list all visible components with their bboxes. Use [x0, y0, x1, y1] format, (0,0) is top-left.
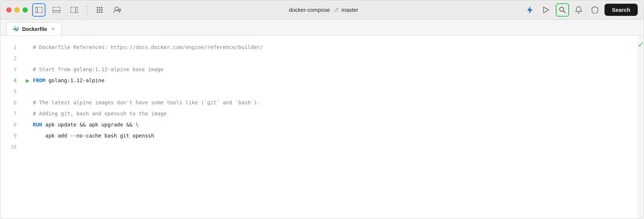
line-num-6: 6 [0, 97, 23, 108]
svg-point-10 [99, 9, 100, 11]
branch-name: master [342, 7, 359, 13]
code-line-8: RUN apk update && apk upgrade && \ [33, 119, 638, 130]
branch-icon: ⎇ [333, 7, 339, 13]
window-title: docker-compose [289, 7, 330, 13]
minimize-window-button[interactable] [14, 7, 20, 13]
run-icon [543, 7, 549, 13]
line-num-8: 8 [0, 119, 23, 130]
code-text-7: # Adding git, bash and openssh to the im… [33, 111, 167, 117]
line-num-5: 5 [0, 86, 23, 97]
code-text-8: apk update && apk upgrade && \ [42, 122, 138, 128]
apps-grid-button[interactable] [93, 3, 106, 17]
maximize-window-button[interactable] [23, 7, 28, 13]
sidebar-toggle-button[interactable] [32, 3, 45, 17]
search-icon [559, 7, 566, 13]
code-keyword-8: RUN [33, 122, 42, 128]
line-num-3: 3 [0, 64, 23, 75]
bell-icon [575, 6, 582, 14]
code-editor: 1 2 3 4 5 6 7 8 9 10 ▶ [0, 36, 644, 219]
line-num-1: 1 [0, 42, 23, 53]
line-num-4: 4 [0, 75, 23, 86]
code-line-9: apk add --no-cache bash git openssh [33, 130, 638, 141]
svg-point-11 [101, 9, 103, 11]
code-line-7: # Adding git, bash and openssh to the im… [33, 108, 638, 119]
lightning-button[interactable] [523, 3, 537, 17]
line-num-10: 10 [0, 141, 23, 152]
check-icon: ✓ [638, 40, 644, 49]
search-button[interactable]: Search [604, 4, 638, 16]
lightning-icon [527, 6, 533, 14]
bottom-panel-icon [53, 7, 60, 13]
code-line-2 [33, 53, 638, 64]
svg-point-8 [101, 7, 103, 8]
code-line-10 [33, 141, 638, 152]
code-line-1: # Dockerfile References: https://docs.do… [33, 42, 638, 53]
titlebar: docker-compose ⎇ master [0, 0, 644, 20]
traffic-lights [6, 7, 28, 13]
svg-line-20 [563, 11, 565, 13]
gutter-5 [23, 86, 33, 97]
add-user-icon [113, 7, 121, 13]
add-user-button[interactable] [111, 3, 124, 17]
gutter-6 [23, 97, 33, 108]
gutter-1 [23, 42, 33, 53]
gutter-3 [23, 64, 33, 75]
gutter-7 [23, 108, 33, 119]
gutter-10 [23, 141, 33, 152]
svg-marker-18 [544, 7, 549, 13]
tab-label: Dockerfile [22, 26, 47, 32]
line-num-7: 7 [0, 108, 23, 119]
line-num-2: 2 [0, 53, 23, 64]
svg-point-19 [559, 7, 564, 11]
svg-point-14 [101, 11, 103, 13]
tabbar: 🐳 Dockerfile × [0, 20, 644, 36]
docker-icon: 🐳 [12, 25, 19, 32]
scrollbar-area: ✓ [638, 36, 644, 219]
sidebar-icon [35, 7, 42, 13]
code-content[interactable]: # Dockerfile References: https://docs.do… [33, 36, 638, 219]
close-window-button[interactable] [6, 7, 11, 13]
tab-close-button[interactable]: × [50, 26, 56, 32]
titlebar-right-actions: Search [523, 3, 638, 17]
code-text-6: # The latest alpine images don't have so… [33, 100, 260, 105]
gutter-4: ▶ [23, 75, 33, 86]
code-text-1: # Dockerfile References: https://docs.do… [33, 44, 263, 50]
code-keyword-4: FROM [33, 77, 45, 83]
shield-icon [591, 6, 599, 14]
window-title-area: docker-compose ⎇ master [129, 7, 519, 13]
shield-button[interactable] [588, 3, 602, 17]
right-panel-button[interactable] [68, 3, 81, 17]
svg-point-13 [99, 11, 100, 13]
gutter-2 [23, 53, 33, 64]
line-numbers: 1 2 3 4 5 6 7 8 9 10 [0, 36, 23, 219]
titlebar-divider [87, 5, 87, 15]
apps-grid-icon [96, 7, 103, 13]
code-text-4: golang:1.12-alpine [45, 77, 105, 83]
code-line-6: # The latest alpine images don't have so… [33, 97, 638, 108]
search-icon-button[interactable] [556, 3, 569, 17]
code-text-3: # Start from golang:1.12-alpine base ima… [33, 66, 164, 72]
svg-point-6 [97, 7, 98, 8]
dockerfile-tab[interactable]: 🐳 Dockerfile × [6, 22, 62, 35]
svg-point-12 [97, 11, 98, 13]
run-button[interactable] [539, 3, 553, 17]
svg-rect-0 [35, 7, 42, 13]
code-text-9: apk add --no-cache bash git openssh [33, 133, 154, 139]
code-line-5 [33, 86, 638, 97]
line-num-9: 9 [0, 130, 23, 141]
app-window: docker-compose ⎇ master [0, 0, 644, 219]
svg-point-9 [97, 9, 98, 11]
gutter: ▶ [23, 36, 33, 219]
gutter-9 [23, 130, 33, 141]
code-line-4: FROM golang:1.12-alpine [33, 75, 638, 86]
svg-rect-2 [53, 7, 60, 13]
bottom-panel-button[interactable] [50, 3, 63, 17]
play-icon: ▶ [26, 78, 30, 83]
code-line-3: # Start from golang:1.12-alpine base ima… [33, 64, 638, 75]
right-panel-icon [71, 7, 78, 13]
svg-rect-4 [71, 7, 78, 13]
svg-point-7 [99, 7, 100, 8]
gutter-8 [23, 119, 33, 130]
notifications-button[interactable] [572, 3, 585, 17]
